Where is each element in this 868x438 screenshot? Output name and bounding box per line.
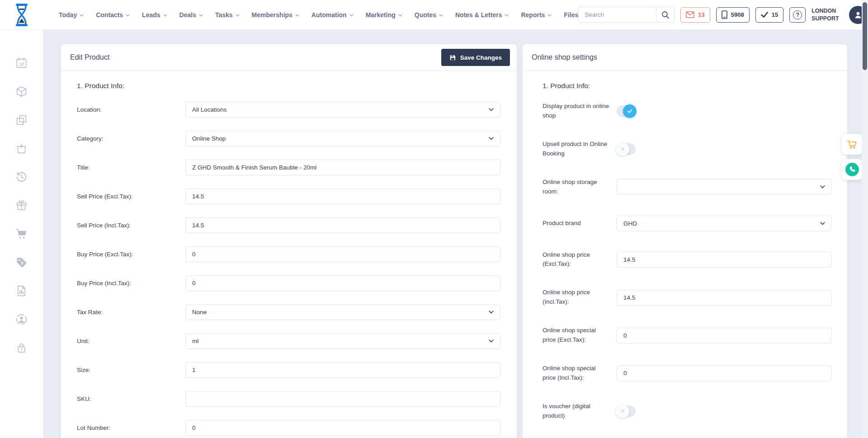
buy-price-incl-tax-input[interactable] [185,275,500,291]
field-control [617,365,832,381]
location-select[interactable]: All Locations [185,102,500,118]
field-label: Sell Price (Incl.Tax): [77,222,185,229]
online-shop-price-excl-tax-input[interactable] [617,252,832,268]
field-control: Online Shop [185,131,500,146]
form-row: Display product in online shop [542,102,832,121]
toggle-knob [616,405,629,418]
online-shop-special-price-incl-tax-input[interactable] [617,365,832,381]
sidebar-gift-icon[interactable] [15,199,28,212]
tasks-count: 15 [772,11,778,18]
form-row: SKU: [77,391,500,407]
unit-select[interactable]: ml [185,333,500,349]
sidebar-sales-report-icon[interactable] [15,285,28,297]
field-control [617,252,832,268]
nav-item-label: Today [59,11,77,19]
field-control [185,188,500,204]
form-row: Is voucher (digital product) [542,402,832,421]
nav-item-label: Memberships [252,11,292,19]
nav-item-files[interactable]: Files [564,11,578,19]
chevron-down-icon [163,14,167,17]
form-row: Upsell product in Online Booking [542,140,832,159]
nav-item-notes-letters[interactable]: Notes & Letters [455,11,509,19]
form-row: Sell Price (Incl.Tax): [77,217,500,233]
form-row: Lot Number: [77,420,500,436]
lot-number-input[interactable] [185,420,500,436]
svg-text:$: $ [21,261,24,265]
sidebar-products-cube-icon[interactable] [15,85,28,98]
upsell-product-toggle[interactable] [617,143,636,155]
buy-price-excl-tax-input[interactable] [185,246,500,262]
nav-item-reports[interactable]: Reports [521,11,552,19]
form-row: Unit:ml [77,333,500,349]
sidebar-history-icon[interactable] [15,171,28,183]
chevron-down-icon [489,311,494,314]
search-icon[interactable] [656,7,674,22]
sidebar-price-tag-icon[interactable]: $ [15,256,28,268]
field-label: Online shop storage room: [542,178,617,197]
sell-price-incl-tax-input[interactable] [185,217,500,233]
sidebar-shopping-bag-icon[interactable] [15,142,28,155]
nav-item-deals[interactable]: Deals [179,11,203,19]
nav-item-marketing[interactable]: Marketing [366,11,402,19]
field-label: Product brand [542,219,617,228]
form-row: Product brandGHD [542,216,832,231]
sidebar-lock-icon[interactable] [15,342,28,354]
page-title: Edit Product [70,53,109,61]
field-label: Display product in online shop [542,102,617,121]
sidebar-account-icon[interactable] [15,313,28,325]
call-button[interactable] [842,159,863,180]
nav-item-label: Quotes [415,11,436,19]
field-label: Online shop price (Incl.Tax): [542,288,617,307]
nav-item-tasks[interactable]: Tasks [215,11,240,19]
nav-item-memberships[interactable]: Memberships [252,11,299,19]
sidebar-calendar-icon[interactable]: 12 [15,57,28,69]
sidebar-cart-icon[interactable] [15,228,28,240]
section-title-product-info: 1. Product Info: [542,82,832,90]
nav-item-leads[interactable]: Leads [142,11,167,19]
save-changes-button[interactable]: Save Changes [441,49,510,66]
field-control: All Locations [185,102,500,118]
tasks-badge[interactable]: 15 [755,7,783,23]
category-select[interactable]: Online Shop [185,131,500,146]
chevron-down-icon [398,14,402,17]
nav-item-contacts[interactable]: Contacts [96,11,130,19]
nav-item-label: Deals [179,11,196,19]
online-shop-header: Online shop settings [523,44,847,71]
title-input[interactable] [185,160,500,175]
field-label: Tax Rate: [77,309,185,316]
is-voucher-toggle[interactable] [617,405,636,417]
tax-rate-select[interactable]: None [185,304,500,320]
sell-price-excl-tax-input[interactable] [185,188,500,204]
chevron-down-icon [489,137,494,140]
form-row: Buy Price (Incl.Tax): [77,275,500,291]
nav-item-today[interactable]: Today [59,11,84,19]
storage-room-select[interactable] [617,179,832,195]
online-shop-special-price-excl-tax-input[interactable] [617,328,832,344]
app-logo-hourglass-icon[interactable] [13,3,31,27]
calls-count: 5908 [731,11,744,18]
chevron-down-icon [489,339,494,343]
field-control [185,362,500,378]
nav-item-label: Marketing [366,11,396,19]
nav-item-quotes[interactable]: Quotes [415,11,443,19]
field-label: Size: [77,367,185,373]
help-button[interactable]: ? [789,7,806,23]
scrollbar-thumb[interactable] [863,2,867,70]
sidebar-duplicate-squares-icon[interactable] [15,114,28,126]
nav-item-automation[interactable]: Automation [311,11,354,19]
field-control [185,217,500,233]
display-product-toggle[interactable] [617,105,636,117]
field-control [185,246,500,262]
nav-item-label: Contacts [96,11,123,19]
sku-input[interactable] [185,391,500,407]
field-label: Online shop price (Excl.Tax): [542,250,617,269]
vertical-scrollbar[interactable] [862,0,868,438]
icon-sidebar: 12$ [0,30,43,438]
online-shop-cart-button[interactable] [842,134,863,155]
size-input[interactable] [185,362,500,378]
product-brand-select[interactable]: GHD [617,216,832,231]
messages-badge[interactable]: 13 [680,7,710,23]
search-input[interactable] [579,11,656,18]
online-shop-price-incl-tax-input[interactable] [617,290,832,306]
calls-badge[interactable]: 5908 [716,7,750,23]
